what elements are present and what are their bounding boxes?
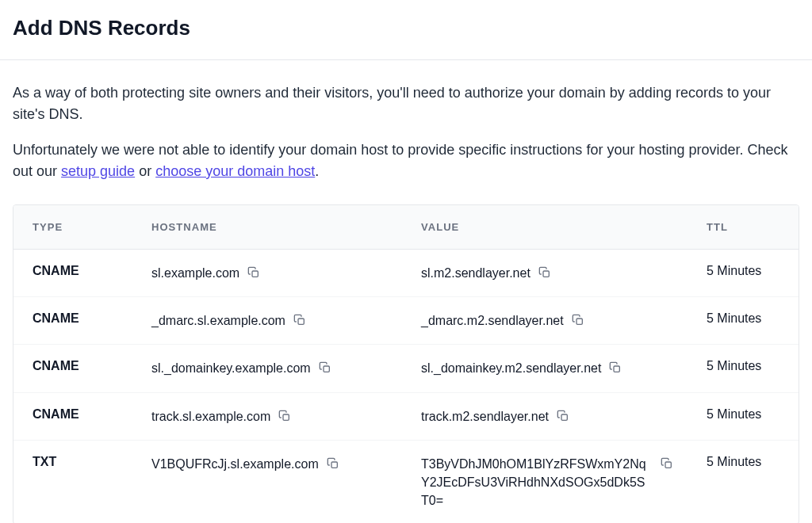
divider [0, 59, 812, 60]
record-value-cell: sl.m2.sendlayer.net [402, 250, 688, 297]
record-value: T3ByVDhJM0hOM1BlYzRFSWxmY2NqY2JEcDFsU3Vi… [421, 455, 653, 510]
copy-button[interactable] [278, 409, 293, 423]
record-value: track.m2.sendlayer.net [421, 407, 549, 426]
record-type: CNAME [13, 250, 132, 297]
table-row: CNAMEsl.example.comsl.m2.sendlayer.net5 … [13, 250, 799, 297]
copy-icon [247, 266, 260, 279]
copy-icon [293, 314, 306, 326]
record-value-cell: T3ByVDhJM0hOM1BlYzRFSWxmY2NqY2JEcDFsU3Vi… [402, 440, 688, 523]
record-ttl: 5 Minutes [688, 392, 799, 440]
intro-paragraph-2: Unfortunately we were not able to identi… [13, 139, 799, 182]
record-type: CNAME [13, 345, 132, 392]
record-hostname-cell: track.sl.example.com [132, 392, 402, 440]
record-ttl: 5 Minutes [688, 250, 799, 297]
record-hostname: _dmarc.sl.example.com [151, 311, 285, 330]
record-value-cell: _dmarc.m2.sendlayer.net [402, 297, 688, 345]
record-type: CNAME [13, 392, 132, 440]
copy-button[interactable] [319, 361, 333, 375]
copy-icon [609, 361, 622, 374]
setup-guide-link[interactable]: setup guide [61, 163, 135, 179]
intro-paragraph-1: As a way of both protecting site owners … [13, 82, 799, 125]
column-header-hostname: HOSTNAME [132, 205, 402, 250]
record-ttl: 5 Minutes [688, 345, 799, 392]
column-header-type: TYPE [13, 205, 132, 250]
table-row: CNAMEsl._domainkey.example.comsl._domain… [13, 345, 799, 392]
record-value: sl._domainkey.m2.sendlayer.net [421, 359, 601, 377]
copy-icon [572, 314, 584, 326]
copy-button[interactable] [557, 409, 571, 423]
intro-text: or [135, 163, 155, 179]
record-hostname: track.sl.example.com [151, 407, 270, 426]
page-title: Add DNS Records [13, 16, 799, 40]
record-value: sl.m2.sendlayer.net [421, 264, 530, 282]
record-value-cell: track.m2.sendlayer.net [402, 392, 688, 440]
record-type: TXT [13, 440, 132, 523]
copy-icon [278, 410, 291, 422]
record-value-cell: sl._domainkey.m2.sendlayer.net [402, 345, 688, 392]
record-hostname-cell: V1BQUFRcJj.sl.example.com [132, 440, 402, 523]
copy-icon [557, 410, 569, 422]
record-type: CNAME [13, 297, 132, 345]
record-ttl: 5 Minutes [688, 440, 799, 523]
table-row: CNAMEtrack.sl.example.comtrack.m2.sendla… [13, 392, 799, 440]
copy-button[interactable] [572, 313, 586, 327]
copy-button[interactable] [293, 313, 308, 327]
record-hostname: V1BQUFRcJj.sl.example.com [151, 455, 319, 473]
record-hostname-cell: sl._domainkey.example.com [132, 345, 402, 392]
copy-button[interactable] [247, 265, 262, 280]
record-hostname: sl._domainkey.example.com [151, 359, 311, 377]
copy-icon [661, 457, 673, 470]
table-row: TXTV1BQUFRcJj.sl.example.comT3ByVDhJM0hO… [13, 440, 799, 523]
copy-button[interactable] [327, 456, 341, 471]
column-header-value: VALUE [402, 205, 688, 250]
record-hostname-cell: sl.example.com [132, 250, 402, 297]
copy-icon [327, 457, 339, 470]
intro-text: . [315, 163, 319, 179]
choose-domain-host-link[interactable]: choose your domain host [155, 163, 315, 179]
copy-icon [319, 361, 331, 374]
table-row: CNAME_dmarc.sl.example.com_dmarc.m2.send… [13, 297, 799, 345]
copy-button[interactable] [661, 456, 675, 471]
column-header-ttl: TTL [688, 205, 799, 250]
dns-records-table: TYPE HOSTNAME VALUE TTL CNAMEsl.example.… [13, 204, 799, 523]
record-hostname-cell: _dmarc.sl.example.com [132, 297, 402, 345]
record-ttl: 5 Minutes [688, 297, 799, 345]
copy-icon [538, 266, 551, 279]
record-value: _dmarc.m2.sendlayer.net [421, 311, 564, 330]
record-hostname: sl.example.com [151, 264, 239, 282]
copy-button[interactable] [609, 361, 623, 375]
copy-button[interactable] [538, 265, 553, 280]
